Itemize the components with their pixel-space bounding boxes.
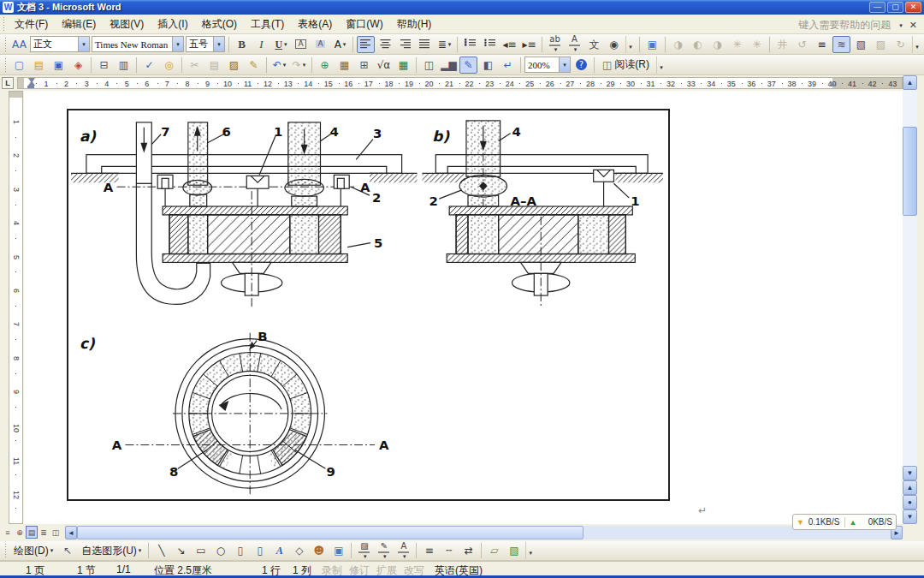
insert-excel-worksheet-button[interactable]: ▦ [394,57,412,74]
insert-picture-from-file-button[interactable]: ▣ [329,542,347,559]
3d-style-button[interactable]: ▧ [505,542,523,559]
help-button[interactable]: ? [572,57,590,74]
horizontal-scrollbar[interactable]: ◄ ► [65,526,903,539]
line-style-button[interactable]: ≡ [420,542,438,559]
center-button[interactable] [376,36,394,53]
scroll-left-button[interactable]: ◄ [65,526,77,539]
scroll-up-button[interactable]: ▲ [903,75,917,90]
drawing-toolbar-toggle[interactable]: ✎ [459,57,477,74]
line-tool-button[interactable]: ╲ [152,542,170,559]
menu-6[interactable]: 表格(A) [291,15,339,33]
select-browse-object-button[interactable]: ● [903,495,917,509]
chevron-down-icon[interactable]: ▾ [574,46,578,53]
print-preview-button[interactable]: ▥ [115,57,133,74]
toolbar-options-button[interactable]: ▾ [912,36,921,53]
scroll-down-button[interactable]: ▼ [903,466,917,480]
chevron-down-icon[interactable]: ▾ [559,57,570,72]
vertical-scrollbar[interactable]: ▲ ▼ ▲ ● ▼ [903,75,917,524]
align-left-button[interactable] [357,36,375,53]
normal-view-button[interactable]: ≡ [2,526,14,539]
line-style-picture-button[interactable]: ≡ [813,36,831,53]
vertical-ruler[interactable]: 123456789101112 [9,91,23,524]
tables-and-borders-button[interactable]: ▦ [335,57,353,74]
bullets-button[interactable] [481,36,499,53]
document-page[interactable]: a) 7 6 1 4 3 A A 2 5 [24,91,903,524]
styles-and-formatting-button[interactable]: AA [10,36,28,53]
menu-3[interactable]: 插入(I) [151,15,194,33]
toolbar-grip[interactable] [4,543,7,558]
line-color-button[interactable]: ✎▾ [375,542,393,559]
reading-layout-view-button[interactable]: ◫ [50,526,62,539]
save-button[interactable]: ▣ [50,57,68,74]
size-combo[interactable]: 五号▾ [186,36,225,52]
arrow-tool-button[interactable]: ↘ [172,542,190,559]
chevron-down-icon[interactable]: ▾ [283,62,287,69]
vertical-text-box-button[interactable]: ▯ [251,542,269,559]
permission-button[interactable]: ◈ [69,57,87,74]
chevron-down-icon[interactable]: ▾ [303,62,306,69]
previous-page-button[interactable]: ▲ [903,480,917,495]
fill-color-button[interactable]: ▨▾ [355,542,373,559]
undo-button[interactable]: ↶▾ [270,57,288,74]
toolbar-options-button[interactable]: ▾ [656,57,666,74]
close-document-icon[interactable]: ✕ [909,20,917,31]
decrease-indent-button[interactable]: ◂≡ [500,36,518,53]
menubar-grip[interactable] [3,16,5,32]
rectangle-tool-button[interactable]: ▭ [192,542,210,559]
toolbar-options-button[interactable]: ▾ [625,36,635,53]
insert-formula-button[interactable]: √α [375,57,393,74]
chevron-down-icon[interactable]: ▾ [899,22,903,29]
chevron-down-icon[interactable]: ▾ [78,37,89,51]
autoshapes-menu-button[interactable]: 自选图形(U)▾ [77,542,145,559]
new-document-button[interactable]: ▢ [10,57,28,74]
research-button[interactable]: ◎ [160,57,178,74]
chevron-down-icon[interactable]: ▾ [213,37,224,51]
columns-button[interactable]: ◫ [420,57,438,74]
format-object-button[interactable]: ▧ [852,36,870,53]
insert-wordart-button[interactable]: A [270,542,288,559]
format-painter-button[interactable]: ✎ [245,57,263,74]
menu-8[interactable]: 帮助(H) [390,15,439,33]
enclosed-characters-button[interactable]: ◉ [605,36,623,53]
text-box-button[interactable]: ▯ [231,542,249,559]
vertical-scroll-thumb[interactable] [903,127,917,216]
dash-style-button[interactable]: ╌ [440,542,458,559]
help-question-box[interactable]: 键入需要帮助的问题 [798,18,891,33]
read-mode-button[interactable]: ◫阅读(R) [598,57,654,74]
numbering-button[interactable] [461,36,479,53]
insert-diagram-button[interactable]: ◇ [290,542,308,559]
document-map-button[interactable]: ◧ [479,57,497,74]
chevron-down-icon[interactable]: ▾ [448,41,452,48]
insert-chart-button[interactable]: ▂▆ [440,57,458,74]
highlight-button[interactable]: ab▾ [546,36,564,53]
toolbar-grip[interactable] [4,37,7,52]
paste-button[interactable]: ▨ [225,57,243,74]
chevron-down-icon[interactable]: ▾ [383,553,387,560]
character-shading-button[interactable]: A [311,36,329,53]
chevron-down-icon[interactable]: ▾ [403,553,406,560]
print-button[interactable]: ⊟ [95,57,113,74]
document-figure[interactable]: a) 7 6 1 4 3 A A 2 5 [67,109,670,501]
character-border-button[interactable]: A [292,36,310,53]
menu-7[interactable]: 窗口(W) [339,15,389,33]
horizontal-ruler[interactable]: 1234567891011121314151617181920212223242… [17,77,903,89]
font-color-button-drawing[interactable]: A▾ [394,542,412,559]
next-page-button[interactable]: ▼ [903,509,917,524]
close-button[interactable]: ✕ [905,2,921,13]
right-indent-marker[interactable] [829,81,836,86]
chevron-down-icon[interactable]: ▾ [554,46,558,53]
toolbar-grip[interactable] [4,57,7,73]
zoom-combo[interactable]: 200%▾ [524,57,571,73]
draw-menu-button[interactable]: 绘图(D)▾ [9,542,57,559]
toolbar-options-button[interactable]: ▾ [525,542,535,559]
chevron-down-icon[interactable]: ▾ [364,553,367,560]
title-bar[interactable]: W 文档 3 - Microsoft Word — ▢ ✕ [0,0,924,15]
insert-picture-button[interactable]: ▣ [643,36,661,53]
phonetic-guide-button[interactable]: 文 [585,36,603,53]
character-scale-button[interactable]: A▾ [331,36,349,53]
horizontal-scroll-thumb[interactable] [77,526,583,539]
insert-table-button[interactable]: ⊞ [355,57,373,74]
oval-tool-button[interactable]: ○ [211,542,229,559]
menu-4[interactable]: 格式(O) [195,15,244,33]
chevron-down-icon[interactable]: ▾ [172,37,183,51]
